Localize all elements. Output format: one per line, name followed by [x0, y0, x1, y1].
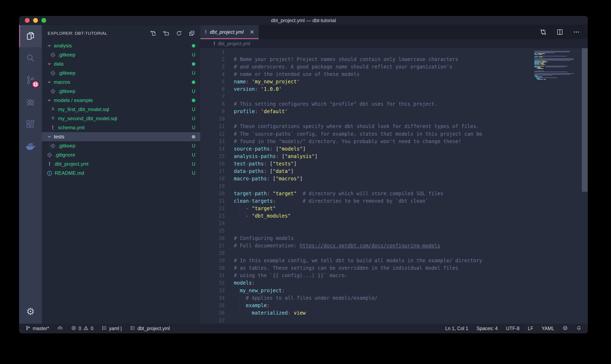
tree-file--gitkeep[interactable]: .gitkeepU — [42, 87, 200, 96]
window-title: dbt_project.yml — dbt-tutorial — [271, 18, 336, 23]
breadcrumb[interactable]: ! dbt_project.yml — [200, 39, 588, 48]
activity-item-docker[interactable] — [19, 136, 42, 158]
minimap[interactable] — [534, 48, 582, 324]
status-language-mode[interactable]: YAML — [542, 326, 554, 331]
tree-folder-analysis[interactable]: analysis — [42, 41, 200, 50]
breadcrumb-file: dbt_project.yml — [218, 41, 250, 47]
code-line-4: # name or the intended use of these mode… — [234, 71, 534, 78]
collapse-all-icon[interactable] — [189, 30, 195, 36]
tree-file-schema-yml[interactable]: !schema.ymlU — [42, 123, 200, 132]
git-icon — [47, 152, 52, 158]
chevron-down-icon — [47, 80, 52, 85]
tree-file-my-second-dbt-model-sql[interactable]: my_second_dbt_model.sqlU — [42, 114, 200, 123]
sql-icon — [50, 106, 55, 113]
status-branch-indicator[interactable]: master* — [25, 325, 49, 332]
code-line-28 — [234, 249, 534, 257]
tree-folder-tests[interactable]: tests — [42, 132, 200, 141]
code-line-13: # found in the "models/" directory. You … — [234, 138, 534, 145]
code-line-1 — [234, 48, 534, 56]
status-notifications[interactable] — [576, 325, 582, 332]
zoom-window-button[interactable] — [42, 18, 46, 23]
activity-item-search[interactable] — [19, 47, 42, 69]
git-untracked-badge: U — [192, 143, 195, 149]
code-line-21: clean-targets: # directories to be remov… — [234, 197, 534, 205]
tree-folder-data[interactable]: data — [42, 59, 200, 68]
code-editor[interactable]: 1234567891011121314151617181920212223242… — [200, 48, 588, 324]
chevron-down-icon — [47, 61, 52, 66]
tab-close-icon[interactable]: ✕ — [250, 29, 254, 35]
chevron-down-icon — [47, 98, 52, 103]
code-line-36: materialized: view — [234, 309, 534, 317]
git-status-dot — [192, 135, 195, 139]
warning-icon — [83, 325, 89, 332]
traffic-lights — [25, 16, 46, 25]
vertical-scrollbar[interactable] — [582, 48, 588, 324]
activity-item-source-control[interactable]: 11 — [19, 69, 42, 91]
code-line-35: example: — [234, 302, 534, 309]
code-line-37 — [234, 317, 534, 324]
activity-item-debug[interactable] — [19, 91, 42, 114]
status-bar: master*00yaml |dbt_project.yml Ln 1, Col… — [19, 324, 588, 333]
settings-gear-icon[interactable]: ⚙ — [19, 302, 42, 321]
git-status-dot — [192, 62, 195, 66]
status-cursor-position[interactable]: Ln 1, Col 1 — [445, 326, 468, 331]
list-icon — [130, 325, 136, 332]
git-status-dot — [192, 99, 195, 102]
git-branch-small-icon — [25, 325, 31, 332]
code-line-2: # Name your project! Project names shoul… — [234, 56, 534, 63]
status-indentation[interactable]: Spaces: 4 — [477, 326, 498, 331]
list-icon — [102, 325, 107, 332]
tree-file--gitkeep[interactable]: .gitkeepU — [42, 68, 200, 78]
git-untracked-badge: U — [192, 152, 195, 158]
workbench: 11 ⚙ EXPLORER: DBT-TUTORIAL analysis.git… — [19, 25, 588, 324]
code-line-23: - "dbt_modules" — [234, 212, 534, 220]
status-encoding[interactable]: UTF-8 — [506, 326, 519, 331]
chevron-down-icon — [47, 43, 52, 48]
files-icon — [26, 31, 35, 41]
status-feedback[interactable] — [563, 325, 568, 332]
code-line-34: # Applies to all files under models/exam… — [234, 294, 534, 302]
code-line-11: # These configurations specify where dbt… — [234, 123, 534, 130]
new-folder-icon[interactable] — [163, 30, 169, 36]
code-line-22: - "target" — [234, 205, 534, 212]
git-icon — [50, 70, 56, 76]
code-content[interactable]: # Name your project! Project names shoul… — [225, 48, 534, 324]
tab-dbt-project-yml[interactable]: ! dbt_project.yml ✕ — [200, 25, 259, 39]
close-window-button[interactable] — [25, 18, 30, 23]
info-icon: i — [47, 171, 52, 176]
status-publish-changes[interactable] — [57, 325, 63, 332]
activity-item-explorer[interactable] — [19, 25, 42, 47]
minimize-window-button[interactable] — [33, 18, 38, 23]
vscode-window: dbt_project.yml — dbt-tutorial 11 ⚙ EXPL… — [19, 16, 588, 333]
tree-file--gitkeep[interactable]: .gitkeepU — [42, 50, 200, 59]
code-line-19 — [234, 182, 534, 190]
open-changes-icon[interactable] — [540, 28, 547, 36]
more-actions-icon[interactable] — [573, 28, 580, 36]
git-icon — [50, 89, 56, 94]
activity-item-extensions[interactable] — [19, 114, 42, 136]
tree-file--gitignore[interactable]: .gitignoreU — [42, 150, 200, 159]
tree-file-dbt-project-yml[interactable]: !dbt_project.ymlU — [42, 159, 200, 169]
status-active-file-indicator[interactable]: dbt_project.yml — [130, 325, 170, 332]
code-line-31: # using the `{{ config(...) }}` macro. — [234, 272, 534, 279]
tree-file-my-first-dbt-model-sql[interactable]: my_first_dbt_model.sqlU — [42, 105, 200, 114]
code-line-15: analysis-paths: ["analysis"] — [234, 153, 534, 160]
code-line-20: target-path: "target" # directory which … — [234, 190, 534, 197]
git-untracked-badge: U — [192, 107, 195, 112]
code-line-16: test-paths: ["tests"] — [234, 160, 534, 168]
tree-folder-models-example[interactable]: models / example — [42, 96, 200, 105]
git-untracked-badge: U — [192, 116, 195, 121]
status-yaml-selector[interactable]: yaml | — [102, 325, 122, 332]
docker-icon — [26, 142, 35, 152]
new-file-icon[interactable] — [150, 30, 156, 36]
split-editor-icon[interactable] — [556, 28, 563, 36]
status-problems-indicator[interactable]: 00 — [71, 325, 93, 332]
git-icon — [50, 52, 56, 58]
explorer-sidebar: EXPLORER: DBT-TUTORIAL analysis.gitkeepU… — [42, 25, 200, 324]
tree-file--gitkeep[interactable]: .gitkeepU — [42, 141, 200, 150]
refresh-icon[interactable] — [176, 30, 182, 36]
status-eol-sequence[interactable]: LF — [528, 326, 533, 331]
scrollbar-thumb[interactable] — [582, 48, 588, 192]
tree-folder-macros[interactable]: macros — [42, 78, 200, 87]
tree-file-readme-md[interactable]: iREADME.mdU — [42, 169, 200, 178]
